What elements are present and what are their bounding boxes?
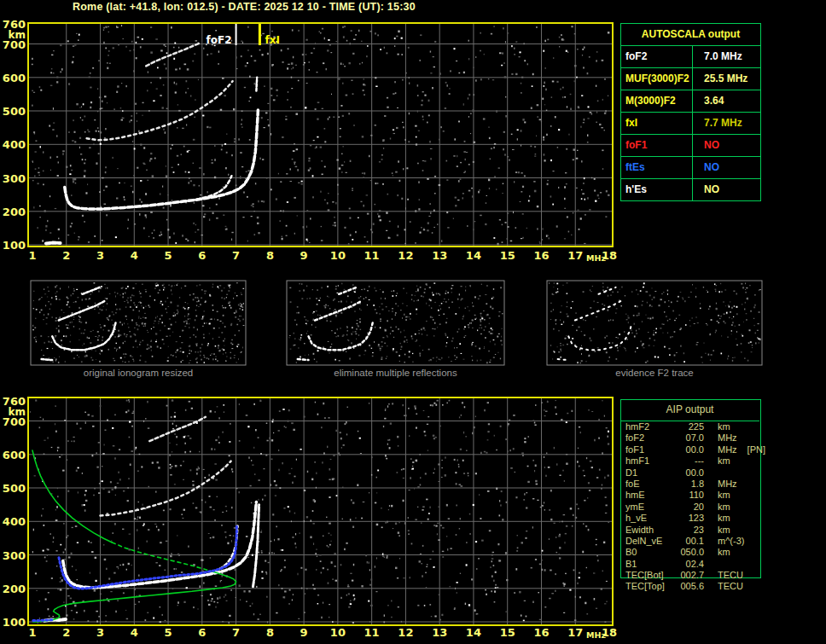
thumbnail-2 bbox=[547, 281, 762, 365]
x-tick-label: 16 bbox=[533, 626, 549, 639]
autoscala-row-fof1: foF1NO bbox=[621, 134, 760, 156]
thumbnail-border bbox=[31, 281, 246, 365]
aip-row-unit: TECU bbox=[704, 570, 761, 581]
f2-ordinary-trace bbox=[63, 502, 257, 589]
y-tick-label: 200 bbox=[3, 583, 26, 595]
aip-row-hme: hmE110km bbox=[620, 490, 761, 501]
aip-row-label: B1 bbox=[625, 559, 675, 570]
autoscala-table: AUTOSCALA output foF27.0 MHzMUF(3000)F22… bbox=[620, 23, 761, 201]
aip-row-hmf2: hmF2225km bbox=[620, 421, 761, 432]
aip-row-value: 23 bbox=[675, 525, 704, 536]
autoscala-row-value: 25.5 MHz bbox=[693, 68, 760, 90]
x-axis-unit-label: MHz bbox=[586, 630, 606, 640]
scaled-e-trace-blue bbox=[33, 620, 53, 621]
aip-row-value: 07.0 bbox=[675, 432, 704, 444]
aip-row-value: 225 bbox=[675, 421, 704, 432]
aip-row-label: foE bbox=[625, 479, 675, 490]
aip-rows: hmF2225kmfoF207.0MHzfoF100.0MHz[PN]hmF1-… bbox=[620, 421, 761, 593]
autoscala-row-value: NO bbox=[693, 135, 760, 156]
scaled-f2-trace-blue bbox=[59, 525, 236, 589]
aip-row-unit: km bbox=[704, 455, 761, 467]
aip-row-value: 00.1 bbox=[675, 536, 704, 547]
x-tick-label: 13 bbox=[432, 626, 447, 639]
aip-row-label: B0 bbox=[625, 547, 675, 558]
autoscala-row-m3000f2: M(3000)F23.64 bbox=[621, 90, 760, 112]
aip-row-fof1: foF100.0MHz[PN] bbox=[620, 444, 761, 455]
y-axis-unit-label: km bbox=[9, 29, 26, 41]
aip-row-unit: km bbox=[704, 525, 761, 536]
autoscala-row-fxi: fxI7.7 MHz bbox=[621, 112, 760, 134]
aip-row-label: DelN_vE bbox=[625, 536, 675, 547]
autoscala-row-muf3000f2: MUF(3000)F225.5 MHz bbox=[621, 67, 760, 90]
aip-row-value: 050.0 bbox=[675, 547, 704, 558]
e-layer-echo bbox=[46, 243, 61, 244]
aip-row-value: 02.4 bbox=[675, 559, 704, 570]
autoscala-row-value: 7.7 MHz bbox=[693, 113, 760, 134]
aip-row-label: hmE bbox=[625, 490, 675, 501]
x-tick-label: 6 bbox=[198, 626, 206, 639]
thumbnail-0 bbox=[31, 281, 246, 365]
aip-row-value: 00.0 bbox=[675, 467, 704, 479]
aip-row-value: --- bbox=[675, 455, 704, 467]
autoscala-row-value: NO bbox=[693, 157, 760, 178]
aip-row-note: [PN] bbox=[747, 444, 765, 455]
aip-row-label: D1 bbox=[625, 467, 675, 479]
aip-row-label: hmF1 bbox=[625, 455, 675, 467]
y-tick-label: 100 bbox=[3, 239, 26, 252]
aip-row-unit: MHz[PN] bbox=[704, 444, 765, 455]
autoscala-row-label: foF2 bbox=[621, 46, 693, 67]
x-tick-label: 14 bbox=[466, 626, 481, 639]
bottom-ionogram: 123456789101112131415161718MHz7607006005… bbox=[3, 395, 617, 640]
autoscala-row-label: h'Es bbox=[621, 179, 693, 200]
upper-arc-trace bbox=[146, 44, 199, 67]
x-tick-label: 4 bbox=[131, 626, 138, 639]
aip-row-value: 005.6 bbox=[675, 581, 704, 592]
aip-row-unit: km bbox=[704, 490, 761, 501]
x-tick-label: 17 bbox=[567, 626, 583, 639]
aip-row-label: hmF2 bbox=[625, 421, 675, 432]
x-tick-label: 16 bbox=[533, 249, 549, 262]
aip-row-unit: km bbox=[704, 421, 761, 432]
profile-middle-dashed bbox=[112, 542, 213, 572]
autoscala-table-header: AUTOSCALA output bbox=[621, 24, 760, 45]
aip-row-unit: MHz bbox=[704, 432, 761, 444]
aip-row-unit bbox=[704, 559, 761, 570]
aip-table-header: AIP output bbox=[620, 399, 759, 421]
f2-ordinary-trace bbox=[65, 109, 259, 209]
aip-row-ewidth: Ewidth23km bbox=[620, 525, 761, 536]
x-tick-label: 1 bbox=[28, 249, 36, 262]
aip-table: AIP output hmF2225kmfoF207.0MHzfoF100.0M… bbox=[620, 399, 761, 593]
aip-row-label: Ewidth bbox=[625, 525, 675, 536]
x-tick-label: 7 bbox=[232, 249, 240, 262]
thumbnail-caption-eliminate: eliminate multiple reflections bbox=[287, 368, 504, 378]
aip-row-yme: ymE20km bbox=[620, 502, 761, 513]
plot-frame bbox=[28, 397, 613, 625]
x-tick-label: 9 bbox=[300, 249, 308, 262]
y-tick-label: 500 bbox=[3, 482, 26, 495]
thumbnail-mini-trace bbox=[42, 359, 53, 360]
x-tick-label: 13 bbox=[432, 249, 447, 262]
y-tick-label: 400 bbox=[3, 138, 26, 151]
x-tick-label: 11 bbox=[364, 249, 380, 262]
y-tick-label: 500 bbox=[3, 105, 26, 118]
aip-row-tectop: TEC[Top]005.6TECU bbox=[620, 581, 761, 592]
thumbnail-1 bbox=[287, 281, 504, 365]
x-tick-label: 2 bbox=[62, 626, 70, 639]
x-tick-label: 5 bbox=[165, 626, 172, 639]
autoscala-row-label: M(3000)F2 bbox=[621, 90, 693, 112]
x-tick-label: 15 bbox=[500, 626, 515, 639]
x-tick-label: 10 bbox=[330, 249, 346, 262]
x-tick-label: 6 bbox=[198, 249, 206, 262]
x-tick-label: 9 bbox=[300, 626, 308, 639]
aip-row-label: foF1 bbox=[625, 444, 675, 455]
autoscala-row-label: fxI bbox=[621, 113, 693, 134]
y-tick-label: 400 bbox=[3, 515, 26, 528]
aip-row-label: TEC[Top] bbox=[625, 581, 675, 592]
x-tick-label: 15 bbox=[500, 249, 515, 262]
aip-row-d1: D100.0 bbox=[620, 467, 761, 479]
autoscala-row-label: MUF(3000)F2 bbox=[621, 68, 693, 90]
x-tick-label: 10 bbox=[330, 626, 346, 639]
autoscala-row-hes: h'EsNO bbox=[621, 178, 760, 200]
x-tick-label: 17 bbox=[567, 249, 583, 262]
autoscala-row-label: ftEs bbox=[621, 157, 693, 178]
